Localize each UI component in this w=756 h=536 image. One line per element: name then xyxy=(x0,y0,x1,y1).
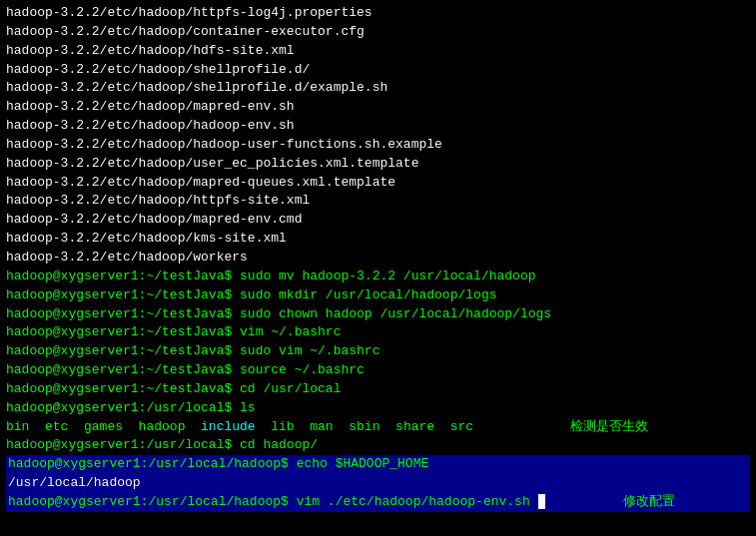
line-12: hadoop-3.2.2/etc/hadoop/mapred-env.cmd xyxy=(6,211,750,230)
cmd-cd-local: hadoop@xygserver1:~/testJava$ cd /usr/lo… xyxy=(6,380,750,399)
line-13: hadoop-3.2.2/etc/hadoop/kms-site.xml xyxy=(6,230,750,249)
line-11: hadoop-3.2.2/etc/hadoop/httpfs-site.xml xyxy=(6,192,750,211)
cmd-vim-bashrc: hadoop@xygserver1:~/testJava$ vim ~/.bas… xyxy=(6,323,750,342)
cursor xyxy=(538,494,546,509)
line-8: hadoop-3.2.2/etc/hadoop/hadoop-user-func… xyxy=(6,136,750,155)
annotation-vim: 修改配置 xyxy=(623,493,675,512)
terminal-window: hadoop-3.2.2/etc/hadoop/httpfs-log4j.pro… xyxy=(0,0,756,536)
line-5: hadoop-3.2.2/etc/hadoop/shellprofile.d/e… xyxy=(6,79,750,98)
line-3: hadoop-3.2.2/etc/hadoop/hdfs-site.xml xyxy=(6,42,750,61)
cmd-cd-hadoop: hadoop@xygserver1:/usr/local$ cd hadoop/ xyxy=(6,436,750,455)
cmd-vim-env: hadoop@xygserver1:/usr/local/hadoop$ vim… xyxy=(8,494,538,509)
line-9: hadoop-3.2.2/etc/hadoop/user_ec_policies… xyxy=(6,155,750,174)
cmd-mv: hadoop@xygserver1:~/testJava$ sudo mv ha… xyxy=(6,268,750,286)
echo-block: hadoop@xygserver1:/usr/local/hadoop$ ech… xyxy=(6,455,750,493)
echo-result: /usr/local/hadoop xyxy=(8,474,748,493)
line-1: hadoop-3.2.2/etc/hadoop/httpfs-log4j.pro… xyxy=(6,4,750,23)
line-7: hadoop-3.2.2/etc/hadoop/hadoop-env.sh xyxy=(6,117,750,136)
include-text: include xyxy=(201,419,256,434)
line-10: hadoop-3.2.2/etc/hadoop/mapred-queues.xm… xyxy=(6,174,750,193)
line-4: hadoop-3.2.2/etc/hadoop/shellprofile.d/ xyxy=(6,61,750,80)
cmd-mkdir: hadoop@xygserver1:~/testJava$ sudo mkdir… xyxy=(6,286,750,305)
cmd-ls: hadoop@xygserver1:/usr/local$ ls xyxy=(6,399,750,418)
cmd-chown: hadoop@xygserver1:~/testJava$ sudo chown… xyxy=(6,305,750,324)
ls-output-line: bin etc games hadoop include lib man sbi… xyxy=(6,418,750,437)
line-2: hadoop-3.2.2/etc/hadoop/container-execut… xyxy=(6,23,750,42)
vim-block: hadoop@xygserver1:/usr/local/hadoop$ vim… xyxy=(6,493,750,512)
cmd-echo: hadoop@xygserver1:/usr/local/hadoop$ ech… xyxy=(8,455,748,474)
cmd-source: hadoop@xygserver1:~/testJava$ source ~/.… xyxy=(6,361,750,380)
cmd-sudo-vim-bashrc: hadoop@xygserver1:~/testJava$ sudo vim ~… xyxy=(6,342,750,361)
line-6: hadoop-3.2.2/etc/hadoop/mapred-env.sh xyxy=(6,98,750,117)
line-14: hadoop-3.2.2/etc/hadoop/workers xyxy=(6,249,750,268)
ls-output-text: bin etc games hadoop include lib man sbi… xyxy=(6,419,473,434)
annotation-detection: 检测是否生效 xyxy=(570,418,648,437)
